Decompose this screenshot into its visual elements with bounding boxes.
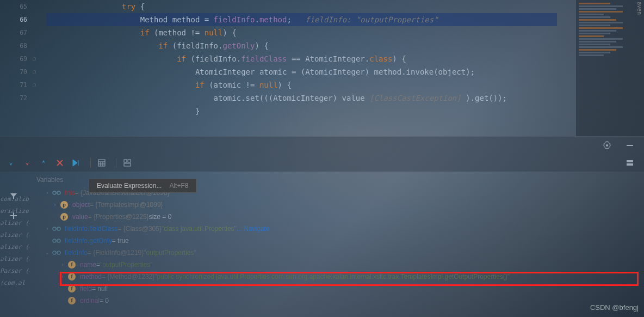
code-line-68: if (fieldInfo.getOnly) { — [90, 39, 644, 52]
code-line-72: atomic.set(((AtomicInteger) value [Class… — [90, 92, 644, 105]
line-number: 71 — [0, 78, 27, 92]
svg-rect-7 — [128, 160, 131, 162]
svg-point-18 — [57, 239, 60, 242]
svg-rect-10 — [627, 163, 633, 166]
minimap[interactable]: aven — [576, 0, 644, 136]
line-number: 65 — [0, 0, 27, 13]
svg-rect-0 — [627, 145, 633, 146]
debug-actions-toolbar — [0, 154, 644, 172]
tooltip-shortcut: Alt+F8 — [169, 182, 188, 190]
svg-point-17 — [53, 239, 56, 242]
step-up-icon[interactable] — [37, 156, 50, 169]
expand-icon[interactable]: › — [43, 188, 52, 198]
svg-point-21 — [57, 251, 60, 254]
settings-icon[interactable] — [600, 139, 614, 152]
svg-point-12 — [57, 191, 60, 194]
line-gutter: 65 66 67 68 69 70 71 72 — [0, 0, 33, 136]
svg-point-20 — [53, 251, 56, 254]
collapse-icon[interactable]: ⌄ — [43, 248, 52, 258]
line-number: 72 — [0, 92, 27, 105]
watermark: CSDN @bfengj — [590, 303, 639, 312]
debug-toolbar — [0, 137, 644, 154]
param-icon: p — [59, 213, 69, 221]
minimize-icon[interactable] — [623, 139, 636, 152]
navigate-link[interactable]: ... Navigate — [237, 224, 270, 234]
watch-icon — [52, 237, 61, 245]
variable-method-field[interactable]: › f method = {Method@1232} "public synch… — [35, 271, 644, 283]
variable-getonly[interactable]: fieldInfo.getOnly = true — [35, 235, 644, 247]
svg-point-15 — [57, 227, 60, 230]
layout-icon[interactable] — [121, 156, 134, 169]
code-line-67: if (method != null) { — [90, 26, 644, 39]
tool-window-label[interactable]: aven — [635, 0, 644, 16]
step-cursor-icon[interactable] — [70, 156, 83, 169]
variable-ordinal-field[interactable]: f ordinal = 0 — [35, 295, 644, 307]
code-line-66: Method method = fieldInfo.method; fieldI… — [90, 13, 644, 26]
expand-icon[interactable]: › — [51, 200, 59, 210]
svg-point-14 — [53, 227, 56, 230]
watch-icon — [52, 249, 61, 257]
code-line-65: try { — [90, 0, 644, 13]
watch-icon — [52, 225, 61, 233]
code-editor: 65 66 67 68 69 70 71 72 ▢▢▢ try { Method… — [0, 0, 644, 136]
variable-name-field[interactable]: › f name = "outputProperties" — [35, 259, 644, 271]
svg-point-11 — [53, 191, 56, 194]
line-number: 68 — [0, 39, 27, 52]
variable-field-field[interactable]: f field = null — [35, 283, 644, 295]
code-line-69: if (fieldInfo.fieldClass == AtomicIntege… — [90, 52, 644, 65]
expand-icon[interactable]: › — [58, 260, 67, 270]
svg-rect-8 — [124, 163, 131, 166]
variable-fieldinfo[interactable]: ⌄ fieldInfo = {FieldInfo@1219} "outputPr… — [35, 247, 644, 259]
field-icon: f — [67, 297, 77, 304]
svg-rect-9 — [627, 160, 633, 162]
line-number: 67 — [0, 26, 27, 39]
code-content[interactable]: try { Method method = fieldInfo.method; … — [33, 0, 644, 136]
calculator-icon[interactable] — [95, 156, 108, 169]
line-number: 70 — [0, 65, 27, 78]
tooltip-label: Evaluate Expression... — [97, 182, 162, 190]
line-number: 69 — [0, 52, 27, 65]
field-icon: f — [67, 273, 77, 281]
svg-rect-6 — [124, 160, 127, 162]
param-icon: p — [59, 201, 69, 209]
variable-fieldclass[interactable]: › fieldInfo.fieldClass = {Class@305} "cl… — [35, 223, 644, 235]
svg-rect-1 — [98, 160, 105, 166]
field-icon: f — [67, 261, 77, 269]
step-down-red-icon[interactable] — [21, 156, 34, 169]
field-icon: f — [67, 285, 77, 292]
code-line-70: AtomicInteger atomic = (AtomicInteger) m… — [90, 65, 644, 78]
step-down-blue-icon[interactable] — [4, 156, 17, 169]
variable-object[interactable]: › p object = {TemplatesImpl@1099} — [35, 199, 644, 211]
code-line-73: } — [90, 105, 644, 118]
variable-value[interactable]: p value = {Properties@1225} size = 0 — [35, 211, 644, 223]
step-cancel-icon[interactable] — [53, 156, 66, 169]
layout-toggle-icon[interactable] — [623, 156, 636, 169]
expand-icon[interactable]: › — [58, 272, 67, 282]
evaluate-expression-tooltip[interactable]: Evaluate Expression...Alt+F8 — [89, 179, 196, 193]
variable-name: this — [65, 188, 75, 198]
thread-frames-list: com.alib. erializer alizer (c alizer (c … — [0, 193, 30, 289]
code-line-71: if (atomic != null) { — [90, 78, 644, 92]
line-number: 66 — [0, 13, 27, 26]
watch-icon — [52, 189, 61, 197]
expand-icon[interactable]: › — [43, 224, 52, 234]
